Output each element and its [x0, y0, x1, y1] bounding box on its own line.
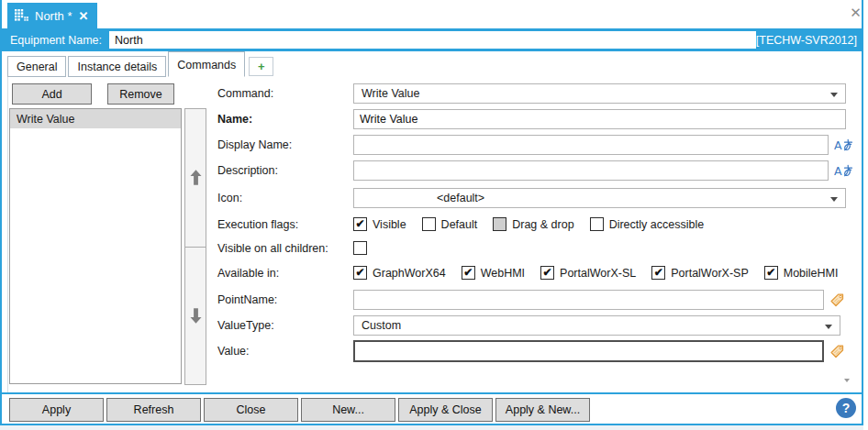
checkbox-box — [651, 266, 665, 280]
display-name-input[interactable] — [353, 135, 829, 155]
tab-instance-details[interactable]: Instance details — [68, 56, 166, 77]
checkbox-webhmi[interactable]: WebHMI — [462, 266, 525, 280]
equipment-name-label: Equipment Name: — [2, 34, 109, 47]
display-name-label: Display Name: — [217, 138, 353, 151]
tab-page-left-border — [7, 76, 8, 392]
refresh-button[interactable]: Refresh — [106, 398, 201, 422]
checkbox-label: Directly accessible — [609, 218, 705, 231]
command-combobox[interactable]: Write Value — [353, 83, 846, 104]
checkbox-mobilehmi[interactable]: MobileHMI — [764, 266, 839, 280]
plus-icon: + — [258, 60, 265, 73]
value-type-combobox[interactable]: Custom — [353, 315, 840, 336]
add-command-button[interactable]: Add — [12, 83, 92, 105]
checkbox-box — [462, 266, 475, 280]
equipment-name-input[interactable] — [109, 31, 756, 49]
checkbox-box — [590, 217, 604, 231]
svg-text:A: A — [834, 164, 842, 178]
remove-command-button[interactable]: Remove — [107, 83, 174, 105]
checkbox-box — [493, 217, 506, 231]
equipment-grid-icon — [15, 9, 28, 22]
checkbox-box — [422, 217, 436, 231]
add-tab-button[interactable]: + — [249, 57, 273, 76]
localize-icon[interactable]: A — [834, 138, 854, 152]
chevron-down-icon — [830, 93, 838, 97]
value-label: Value: — [217, 345, 353, 358]
checkbox-visible[interactable]: Visible — [353, 217, 406, 231]
move-up-button[interactable] — [184, 108, 206, 248]
window-border-right — [862, 0, 863, 425]
apply-and-close-button[interactable]: Apply & Close — [398, 398, 493, 422]
document-tab-title: North * — [35, 9, 72, 23]
scroll-hint-icon — [844, 379, 850, 382]
down-arrow-icon — [190, 308, 202, 324]
name-input[interactable] — [353, 109, 846, 129]
checkbox-directly-accessible[interactable]: Directly accessible — [590, 217, 705, 231]
checkbox-box — [540, 266, 554, 280]
checkbox-box — [353, 266, 367, 280]
window-close-icon[interactable]: ✕ — [847, 4, 864, 21]
up-arrow-icon — [190, 170, 202, 185]
list-item-write-value[interactable]: Write Value — [10, 109, 181, 128]
value-type-combobox-value: Custom — [362, 319, 401, 332]
footer-separator — [0, 392, 863, 394]
command-label: Command: — [217, 87, 353, 100]
window-border-left — [0, 0, 2, 425]
point-name-input[interactable] — [353, 290, 824, 310]
apply-and-new-button[interactable]: Apply & New... — [495, 398, 590, 422]
checkbox-graphworx64[interactable]: GraphWorX64 — [353, 266, 446, 280]
equipment-name-strip: Equipment Name: [TECHW-SVR2012] — [2, 28, 862, 51]
server-name-badge: [TECHW-SVR2012] — [756, 34, 862, 47]
execution-flags-label: Execution flags: — [217, 218, 353, 231]
name-label: Name: — [217, 113, 353, 126]
close-button[interactable]: Close — [204, 398, 298, 422]
tab-instance-details-label: Instance details — [77, 61, 157, 73]
footer-button-bar: Apply Refresh Close New... Apply & Close… — [9, 398, 593, 422]
checkbox-portalworx-sl[interactable]: PortalWorX-SL — [540, 266, 636, 280]
value-type-label: ValueType: — [217, 319, 353, 332]
command-form: Command: Write Value Name: Display Name:… — [217, 83, 859, 362]
tab-general-label: General — [17, 61, 57, 73]
checkbox-portalworx-sp[interactable]: PortalWorX-SP — [651, 266, 749, 280]
command-combobox-value: Write Value — [362, 87, 419, 100]
move-down-button[interactable] — [184, 248, 206, 386]
chevron-down-icon — [830, 197, 838, 202]
apply-button[interactable]: Apply — [9, 398, 104, 422]
checkbox-label: Drag & drop — [512, 218, 573, 231]
checkbox-visible-on-all-children[interactable] — [353, 241, 373, 255]
tab-commands[interactable]: Commands — [168, 51, 245, 77]
new-button[interactable]: New... — [301, 398, 395, 422]
tag-browse-icon[interactable] — [829, 344, 845, 359]
checkbox-label: PortalWorX-SP — [671, 267, 749, 280]
available-in-label: Available in: — [217, 267, 353, 280]
checkbox-box — [353, 217, 367, 231]
description-input[interactable] — [353, 160, 829, 181]
list-item-label: Write Value — [17, 113, 74, 126]
document-tab-north[interactable]: North * ✕ — [7, 3, 97, 28]
checkbox-drag-and-drop[interactable]: Drag & drop — [493, 217, 573, 231]
checkbox-label: Default — [441, 218, 478, 231]
value-input[interactable] — [353, 340, 824, 362]
checkbox-box — [353, 241, 367, 255]
tab-strip: General Instance details Commands + — [7, 51, 273, 77]
icon-combobox-value: <default> — [437, 192, 484, 204]
equipment-editor-window: North * ✕ ✕ Equipment Name: [TECHW-SVR20… — [0, 0, 868, 430]
tab-general[interactable]: General — [7, 56, 66, 77]
checkbox-label: Visible — [373, 218, 406, 231]
tab-commands-label: Commands — [177, 59, 236, 72]
checkbox-label: WebHMI — [481, 267, 525, 280]
checkbox-box — [764, 266, 778, 280]
checkbox-label: MobileHMI — [784, 267, 839, 280]
chevron-down-icon — [825, 325, 832, 329]
reorder-column — [184, 108, 206, 385]
tag-browse-icon[interactable] — [829, 292, 845, 308]
window-bottom-strip — [0, 425, 863, 430]
localize-icon[interactable]: A — [834, 164, 854, 178]
icon-combobox[interactable]: <default> — [353, 188, 846, 208]
description-label: Description: — [217, 164, 353, 177]
svg-text:A: A — [834, 138, 842, 152]
help-icon[interactable]: ? — [836, 398, 856, 418]
visible-on-all-children-label: Visible on all children: — [217, 242, 353, 255]
document-tab-close-icon[interactable]: ✕ — [78, 10, 88, 22]
checkbox-default[interactable]: Default — [422, 217, 478, 231]
commands-list[interactable]: Write Value — [9, 108, 182, 384]
